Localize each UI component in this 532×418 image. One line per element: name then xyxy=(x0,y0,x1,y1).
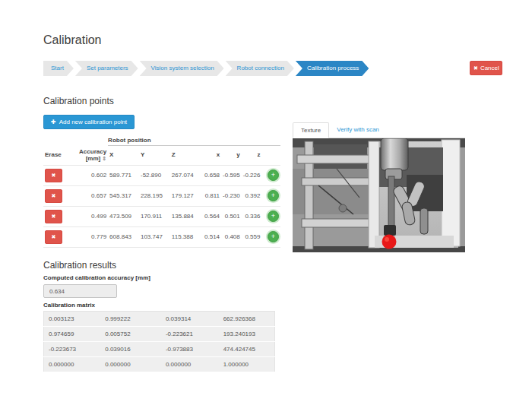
plus-icon: + xyxy=(271,233,275,240)
matrix-row: 0.0031230.999222 0.039314662.926368 xyxy=(44,312,275,327)
col-header-Y: Y xyxy=(139,146,170,166)
calibration-points-heading: Calibration points xyxy=(43,96,114,106)
wizard-step-start[interactable]: Start xyxy=(43,61,74,76)
matrix-row: -0.2236730.039016 -0.973883474.424745 xyxy=(44,342,275,357)
close-icon: ✖ xyxy=(52,173,56,178)
plus-icon: + xyxy=(271,171,275,179)
add-calibration-point-button[interactable]: ✚Add new calibration point xyxy=(43,115,135,129)
table-header-row: Erase Accuracy[mm]⇕ X Y Z x y z xyxy=(43,146,280,166)
matrix-row: 0.9746590.005752 -0.223621193.240193 xyxy=(44,327,275,342)
tab-texture[interactable]: Texture xyxy=(293,122,329,138)
wizard-breadcrumb: Start Set parameters Vision system selec… xyxy=(43,61,370,76)
move-to-point-button[interactable]: + xyxy=(268,190,279,201)
erase-point-button[interactable]: ✖ xyxy=(45,169,62,182)
col-header-y: y xyxy=(221,146,242,166)
accuracy-label: Computed calibration accuracy [mm] xyxy=(43,274,150,281)
move-to-point-button[interactable]: + xyxy=(268,231,279,242)
col-header-accuracy[interactable]: Accuracy[mm]⇕ xyxy=(74,146,108,166)
erase-point-button[interactable]: ✖ xyxy=(45,210,62,223)
wizard-step-calibration-process[interactable]: Calibration process xyxy=(296,61,369,76)
move-to-point-button[interactable]: + xyxy=(268,169,279,181)
wizard-step-set-parameters[interactable]: Set parameters xyxy=(75,61,138,76)
col-header-X: X xyxy=(108,146,139,166)
table-group-header-row: Robot position xyxy=(43,137,280,146)
preview-tabs: Texture Verify with scan xyxy=(293,122,465,138)
col-header-x: x xyxy=(203,146,221,166)
page-title: Calibration xyxy=(43,33,101,47)
close-icon: ✖ xyxy=(52,214,56,219)
close-icon: ✖ xyxy=(52,234,56,239)
plus-icon: + xyxy=(271,192,275,199)
cancel-button[interactable]: ✖Cancel xyxy=(470,61,502,75)
close-icon: ✖ xyxy=(52,193,56,198)
move-to-point-button[interactable]: + xyxy=(268,211,279,222)
wizard-step-vision-system-selection[interactable]: Vision system selection xyxy=(140,61,224,76)
table-row: ✖ 0.779 608.843 103.747 115.388 0.514 0.… xyxy=(43,226,280,247)
erase-point-button[interactable]: ✖ xyxy=(45,189,62,203)
plus-icon: + xyxy=(271,212,275,220)
table-row: ✖ 0.499 473.509 170.911 135.884 0.564 0.… xyxy=(43,206,280,226)
col-header-erase: Erase xyxy=(43,146,74,166)
add-icon: ✚ xyxy=(51,119,56,125)
camera-texture-image xyxy=(293,138,465,252)
calibration-matrix-table: 0.0031230.999222 0.039314662.926368 0.97… xyxy=(43,311,275,372)
matrix-label: Calibration matrix xyxy=(43,302,95,309)
col-header-z: z xyxy=(242,146,262,166)
tab-verify-with-scan[interactable]: Verify with scan xyxy=(329,122,387,138)
calibration-marker-dot xyxy=(382,235,397,249)
computed-accuracy-field[interactable] xyxy=(43,284,117,298)
table-row: ✖ 0.657 545.317 228.195 179.127 0.811 -0… xyxy=(43,185,280,206)
robot-position-group-header: Robot position xyxy=(108,137,280,146)
camera-preview-panel: Texture Verify with scan xyxy=(293,122,465,252)
calibration-results-heading: Calibration results xyxy=(43,260,116,271)
calibration-points-table: Robot position Erase Accuracy[mm]⇕ X Y Z… xyxy=(43,137,280,248)
wizard-step-robot-connection[interactable]: Robot connection xyxy=(226,61,294,76)
sort-icon: ⇕ xyxy=(102,156,106,161)
calibration-page: Calibration Start Set parameters Vision … xyxy=(0,0,532,418)
matrix-row: 0.0000000.000000 0.0000001.000000 xyxy=(44,357,275,372)
erase-point-button[interactable]: ✖ xyxy=(45,230,62,244)
table-row: ✖ 0.602 589.771 -52.890 267.074 0.658 -0… xyxy=(43,165,280,185)
close-icon: ✖ xyxy=(473,65,478,71)
col-header-Z: Z xyxy=(170,146,203,166)
